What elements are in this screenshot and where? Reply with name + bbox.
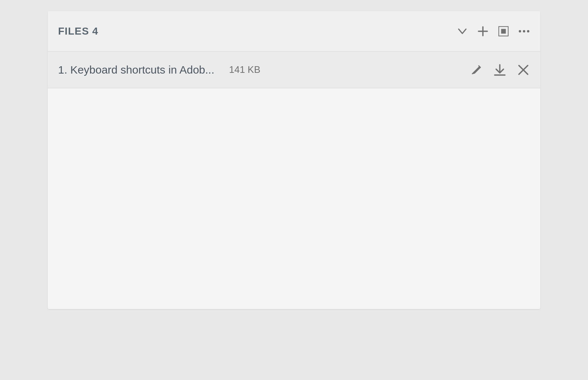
more-options-icon[interactable] <box>518 25 530 37</box>
svg-point-6 <box>527 30 529 32</box>
panel-title: FILES 4 <box>58 25 98 37</box>
file-actions <box>470 63 530 77</box>
file-info: 1. Keyboard shortcuts in Adob... 141 KB <box>58 64 470 76</box>
file-name: 1. Keyboard shortcuts in Adob... <box>58 64 214 76</box>
table-row: 1. Keyboard shortcuts in Adob... 141 KB <box>48 52 540 88</box>
file-list: 1. Keyboard shortcuts in Adob... 141 KB <box>48 52 540 88</box>
panel-header: FILES 4 <box>48 11 540 52</box>
chevron-down-icon[interactable] <box>456 25 468 37</box>
svg-point-5 <box>523 30 525 32</box>
delete-icon[interactable] <box>517 63 530 77</box>
svg-point-4 <box>519 30 521 32</box>
file-size: 141 KB <box>229 64 260 75</box>
panel-body <box>48 88 540 309</box>
header-actions <box>456 25 530 37</box>
svg-rect-3 <box>501 29 506 33</box>
screenshot-icon[interactable] <box>498 25 509 37</box>
files-panel: FILES 4 <box>48 11 540 309</box>
add-icon[interactable] <box>477 25 489 37</box>
edit-icon[interactable] <box>470 63 483 77</box>
download-icon[interactable] <box>493 63 506 77</box>
